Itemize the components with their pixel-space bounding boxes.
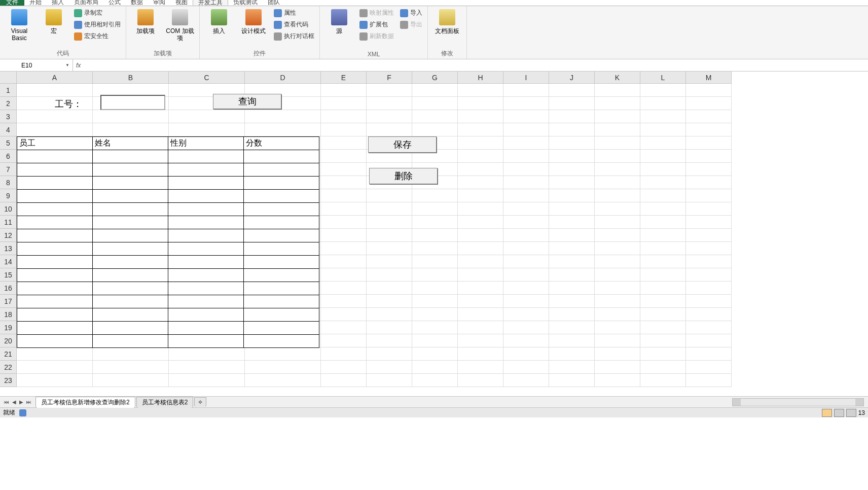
cell[interactable]: [595, 374, 640, 387]
row-header-15[interactable]: 15: [0, 268, 17, 282]
cell[interactable]: [549, 84, 595, 97]
table-cell[interactable]: [93, 269, 168, 282]
cell[interactable]: [640, 282, 686, 295]
col-header-A[interactable]: A: [17, 72, 93, 84]
cell[interactable]: [321, 321, 367, 334]
row-header-18[interactable]: 18: [0, 308, 17, 321]
cell[interactable]: [549, 150, 595, 163]
cell[interactable]: [458, 321, 503, 334]
cell[interactable]: [412, 255, 458, 268]
cell[interactable]: [412, 123, 458, 136]
cell[interactable]: [458, 282, 503, 295]
cell[interactable]: [245, 347, 321, 361]
sheet-nav-first-icon[interactable]: ⏮: [3, 399, 10, 405]
select-all-corner[interactable]: [0, 72, 17, 84]
cell[interactable]: [549, 163, 595, 176]
cell[interactable]: [412, 84, 458, 97]
design-mode-button[interactable]: 设计模式: [238, 8, 269, 36]
table-header[interactable]: 员工: [17, 137, 93, 150]
expansion-packs-button[interactable]: 扩展包: [358, 20, 395, 29]
cell[interactable]: [503, 268, 549, 282]
cell[interactable]: [595, 150, 640, 163]
row-header-4[interactable]: 4: [0, 123, 17, 136]
cell[interactable]: [321, 163, 367, 176]
cell[interactable]: [503, 255, 549, 268]
cell[interactable]: [367, 84, 412, 97]
cell[interactable]: [245, 123, 321, 136]
cell[interactable]: [412, 268, 458, 282]
row-header-20[interactable]: 20: [0, 334, 17, 347]
table-cell[interactable]: [244, 203, 319, 216]
cell[interactable]: [549, 374, 595, 387]
cell[interactable]: [686, 321, 732, 334]
cell[interactable]: [503, 216, 549, 229]
cell[interactable]: [321, 189, 367, 202]
cell[interactable]: [503, 97, 549, 110]
cell[interactable]: [595, 242, 640, 255]
cell[interactable]: [549, 347, 595, 361]
view-page-layout-button[interactable]: [834, 409, 844, 417]
cell[interactable]: [245, 361, 321, 374]
table-cell[interactable]: [93, 282, 168, 295]
cell[interactable]: [549, 361, 595, 374]
delete-button[interactable]: 删除: [369, 168, 438, 184]
cell[interactable]: [595, 136, 640, 150]
cell[interactable]: [503, 150, 549, 163]
cell[interactable]: [458, 295, 503, 308]
cell[interactable]: [549, 202, 595, 216]
cell[interactable]: [321, 216, 367, 229]
cell[interactable]: [640, 361, 686, 374]
cell[interactable]: [686, 202, 732, 216]
table-cell[interactable]: [168, 295, 244, 308]
cell[interactable]: [549, 321, 595, 334]
table-cell[interactable]: [168, 308, 244, 322]
tab-view[interactable]: 视图: [170, 0, 193, 6]
table-cell[interactable]: [93, 229, 168, 242]
cell[interactable]: [640, 123, 686, 136]
cell[interactable]: [412, 97, 458, 110]
cell[interactable]: [503, 229, 549, 242]
cell[interactable]: [321, 361, 367, 374]
view-page-break-button[interactable]: [846, 409, 856, 417]
cell[interactable]: [503, 84, 549, 97]
cell[interactable]: [458, 84, 503, 97]
cell[interactable]: [640, 97, 686, 110]
cell[interactable]: [367, 242, 412, 255]
row-header-16[interactable]: 16: [0, 282, 17, 295]
col-header-L[interactable]: L: [640, 72, 686, 84]
table-cell[interactable]: [93, 190, 168, 203]
cell[interactable]: [458, 216, 503, 229]
table-cell[interactable]: [244, 256, 319, 269]
cell[interactable]: [595, 295, 640, 308]
cell[interactable]: [367, 97, 412, 110]
table-cell[interactable]: [17, 177, 93, 190]
cell[interactable]: [503, 347, 549, 361]
cell[interactable]: [640, 110, 686, 123]
row-header-11[interactable]: 11: [0, 216, 17, 229]
cell[interactable]: [549, 255, 595, 268]
horizontal-scrollbar[interactable]: [732, 398, 864, 406]
cell[interactable]: [17, 123, 93, 136]
cell[interactable]: [412, 282, 458, 295]
cell[interactable]: [17, 84, 93, 97]
cell[interactable]: [367, 110, 412, 123]
cell[interactable]: [686, 216, 732, 229]
row-header-8[interactable]: 8: [0, 176, 17, 189]
cell[interactable]: [686, 255, 732, 268]
cell[interactable]: [595, 202, 640, 216]
cell[interactable]: [640, 163, 686, 176]
cell[interactable]: [458, 136, 503, 150]
cell[interactable]: [686, 334, 732, 347]
row-header-7[interactable]: 7: [0, 163, 17, 176]
cell[interactable]: [412, 242, 458, 255]
cell[interactable]: [367, 123, 412, 136]
cell[interactable]: [640, 229, 686, 242]
cell[interactable]: [412, 216, 458, 229]
cell[interactable]: [458, 308, 503, 321]
cell[interactable]: [686, 150, 732, 163]
cell[interactable]: [595, 84, 640, 97]
cell[interactable]: [595, 216, 640, 229]
cell[interactable]: [686, 229, 732, 242]
cell[interactable]: [367, 308, 412, 321]
table-cell[interactable]: [17, 269, 93, 282]
